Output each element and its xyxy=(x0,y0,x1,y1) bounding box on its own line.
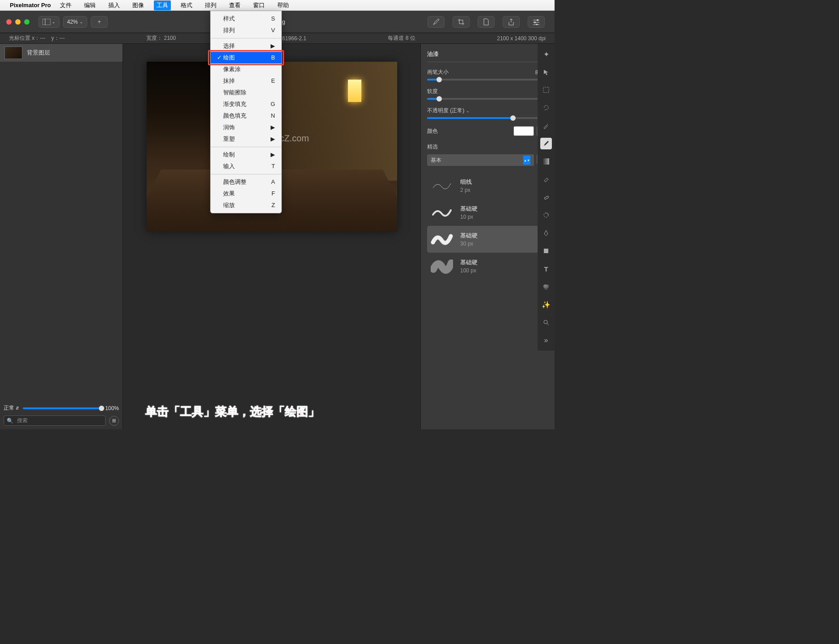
annotation-caption: 单击「工具」菜单，选择「绘图」 xyxy=(145,404,320,419)
brush-size-slider[interactable] xyxy=(427,79,548,80)
opacity-label[interactable]: 不透明度 (正常) ⌄ xyxy=(427,107,470,114)
brush-item-selected[interactable]: 基础硬30 px xyxy=(427,226,548,253)
menu-format[interactable]: 格式 xyxy=(178,0,195,10)
menu-window[interactable]: 窗口 xyxy=(250,0,267,10)
menu-insert[interactable]: 插入 xyxy=(106,0,123,10)
app-name[interactable]: Pixelmator Pro xyxy=(10,2,51,8)
dd-item-zoom[interactable]: 缩放Z xyxy=(211,199,281,211)
paint-tool-icon[interactable] xyxy=(540,138,552,149)
minimize-icon[interactable] xyxy=(15,19,21,25)
dd-item-type[interactable]: 输入T xyxy=(211,161,281,172)
layer-opacity-slider[interactable] xyxy=(23,407,102,409)
inspector-title: 油漆 xyxy=(427,50,548,58)
dd-item-paint[interactable]: ✓绘图B xyxy=(211,52,281,64)
window-controls[interactable] xyxy=(6,19,30,25)
settings-button[interactable] xyxy=(528,16,545,28)
channels-info: 每通道 8 位 xyxy=(388,34,415,42)
brush-item[interactable]: 基础硬100 px xyxy=(427,253,548,280)
eyedropper-tool-icon[interactable] xyxy=(540,120,552,131)
close-icon[interactable] xyxy=(6,19,12,25)
menubar: Pixelmator Pro 文件 编辑 插入 图像 工具 格式 排列 查看 窗… xyxy=(0,0,555,11)
inspector-panel: 油漆 画笔大小81 px 软度10% 不透明度 (正常) ⌄71% 颜色 精选 … xyxy=(420,44,555,429)
more-tools-icon[interactable]: » xyxy=(540,335,552,346)
brush-preset-select[interactable]: 基本 ▲▼ xyxy=(427,154,534,166)
crop-tool-button[interactable] xyxy=(453,16,470,28)
sidebar-toggle-button[interactable]: ⌄ xyxy=(38,16,59,28)
width-info: 宽度： 2100 xyxy=(146,34,176,42)
document-button[interactable] xyxy=(478,16,495,28)
search-icon: 🔍 xyxy=(7,418,13,424)
svg-rect-0 xyxy=(42,19,51,25)
dd-item-select[interactable]: 选择▶ xyxy=(211,40,281,52)
dd-item-gradientfill[interactable]: 渐变填充G xyxy=(211,98,281,110)
brush-item[interactable]: 基础硬10 px xyxy=(427,199,548,226)
dd-item-draw[interactable]: 绘制▶ xyxy=(211,149,281,161)
color-adjust-tool-icon[interactable] xyxy=(540,281,552,292)
cursor-position: 光标位置 x：--- y：--- xyxy=(9,34,65,42)
softness-label: 软度 xyxy=(427,88,438,95)
warp-tool-icon[interactable] xyxy=(540,209,552,221)
svg-point-7 xyxy=(536,24,538,25)
layer-name: 背景图层 xyxy=(27,49,50,57)
dd-item-reshape[interactable]: 重塑▶ xyxy=(211,133,281,145)
style-tool-icon[interactable]: ✦ xyxy=(540,48,552,60)
brush-tool-button[interactable] xyxy=(428,16,445,28)
brush-item[interactable]: 细线2 px xyxy=(427,172,548,199)
dd-item-retouch[interactable]: 润饰▶ xyxy=(211,122,281,133)
eraser-tool-icon[interactable] xyxy=(540,174,552,185)
menu-help[interactable]: 帮助 xyxy=(275,0,292,10)
opacity-slider[interactable] xyxy=(427,117,548,119)
text-tool-icon[interactable]: T xyxy=(540,263,552,275)
dd-item-erase[interactable]: 抹掉E xyxy=(211,75,281,87)
dd-item-coloradjust[interactable]: 颜色调整A xyxy=(211,176,281,188)
marquee-tool-icon[interactable] xyxy=(540,84,552,96)
zoom-tool-icon[interactable] xyxy=(540,317,552,328)
svg-rect-9 xyxy=(543,158,549,165)
menu-view[interactable]: 查看 xyxy=(226,0,243,10)
dd-item-colorfill[interactable]: 颜色填充N xyxy=(211,110,281,122)
layer-opacity-value: 100% xyxy=(105,405,119,411)
featured-label: 精选 xyxy=(427,143,548,151)
dd-item-pixelpaint[interactable]: 像素涂 xyxy=(211,64,281,75)
shape-tool-icon[interactable] xyxy=(540,245,552,257)
dd-item-arrange[interactable]: 排列V xyxy=(211,25,281,36)
menu-arrange[interactable]: 排列 xyxy=(202,0,219,10)
svg-rect-10 xyxy=(544,196,549,199)
dd-item-smarterase[interactable]: 智能擦除 xyxy=(211,87,281,98)
svg-point-16 xyxy=(544,320,547,324)
svg-rect-12 xyxy=(544,249,548,253)
zoom-level-button[interactable]: 42%⌄ xyxy=(63,16,87,28)
arrow-tool-icon[interactable] xyxy=(540,66,552,78)
tool-strip: ✦ T ✨ » xyxy=(538,44,555,351)
menu-image[interactable]: 图像 xyxy=(130,0,147,10)
effects-tool-icon[interactable]: ✨ xyxy=(540,299,552,310)
gradient-tool-icon[interactable] xyxy=(540,156,552,167)
color-swatch[interactable] xyxy=(513,126,534,136)
pen-tool-icon[interactable] xyxy=(540,227,552,239)
svg-line-17 xyxy=(547,323,549,325)
layer-thumbnail xyxy=(4,47,22,59)
heal-tool-icon[interactable] xyxy=(540,191,552,203)
zoom-icon[interactable] xyxy=(24,19,30,25)
menu-edit[interactable]: 编辑 xyxy=(81,0,98,10)
share-button[interactable] xyxy=(503,16,520,28)
softness-slider[interactable] xyxy=(427,98,548,100)
svg-point-5 xyxy=(534,21,536,23)
dd-item-effects[interactable]: 效果F xyxy=(211,188,281,199)
layers-panel: 背景图层 正常 ⇵ 100% 🔍 搜索 ≡ xyxy=(0,44,123,429)
svg-point-15 xyxy=(544,286,548,290)
svg-rect-8 xyxy=(543,87,549,93)
add-button[interactable]: ＋ xyxy=(91,16,108,28)
dd-item-style[interactable]: 样式S xyxy=(211,13,281,25)
filter-button[interactable]: ≡ xyxy=(109,416,119,426)
blend-mode-select[interactable]: 正常 ⇵ xyxy=(4,404,19,412)
color-label: 颜色 xyxy=(427,127,438,135)
svg-point-3 xyxy=(537,19,538,21)
brush-size-label: 画笔大小 xyxy=(427,68,449,76)
menu-file[interactable]: 文件 xyxy=(57,0,74,10)
tools-dropdown: 样式S 排列V 选择▶ ✓绘图B 像素涂 抹掉E 智能擦除 渐变填充G 颜色填充… xyxy=(210,11,282,213)
menu-tools[interactable]: 工具 xyxy=(154,0,171,10)
layer-search-input[interactable]: 🔍 搜索 xyxy=(4,415,106,426)
lasso-tool-icon[interactable] xyxy=(540,102,552,114)
layer-item[interactable]: 背景图层 xyxy=(0,44,123,62)
